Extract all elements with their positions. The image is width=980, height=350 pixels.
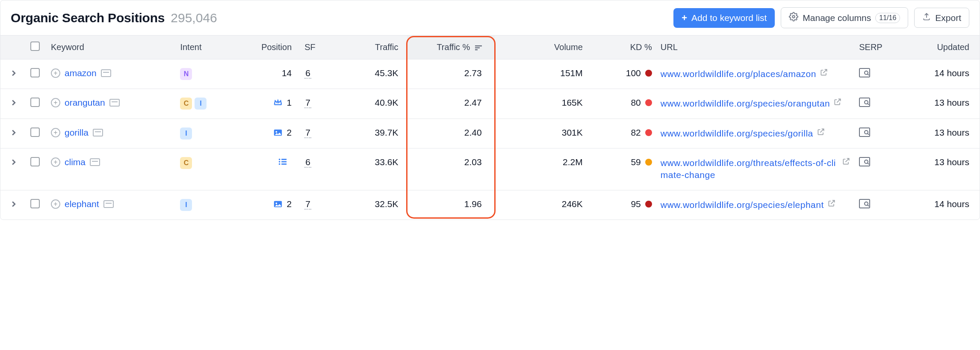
- serp-snapshot-icon[interactable]: [101, 69, 111, 77]
- col-position[interactable]: Position: [236, 36, 296, 59]
- url-link[interactable]: www.worldwildlife.org/threats/effects-of…: [661, 157, 838, 181]
- url-link[interactable]: www.worldwildlife.org/species/elephant: [661, 199, 824, 211]
- sf-value[interactable]: 7: [304, 128, 311, 138]
- gear-icon: [789, 12, 798, 24]
- svg-point-11: [865, 131, 868, 134]
- serp-preview-icon[interactable]: [859, 69, 870, 79]
- keyword-link[interactable]: gorilla: [65, 128, 89, 138]
- serp-snapshot-icon[interactable]: [90, 158, 100, 166]
- col-kd[interactable]: KD %: [587, 36, 656, 59]
- export-button[interactable]: Export: [914, 8, 969, 28]
- add-keyword-icon[interactable]: +: [51, 98, 60, 107]
- col-serp[interactable]: SERP: [855, 36, 896, 59]
- svg-rect-17: [282, 163, 287, 165]
- serp-preview-icon[interactable]: [859, 200, 870, 210]
- kd-difficulty-dot: [645, 99, 652, 106]
- svg-point-5: [865, 71, 868, 74]
- table-row: + elephant I 2 7 32.5K 1.96 246K 95 www.…: [0, 190, 980, 219]
- table-row: + orangutan CI 1 7 40.9K 2.47 165K 80 ww…: [0, 89, 980, 119]
- sf-value[interactable]: 6: [304, 157, 311, 168]
- row-checkbox[interactable]: [30, 157, 40, 166]
- position-value: 2: [287, 128, 292, 138]
- serp-preview-icon[interactable]: [859, 158, 870, 168]
- table-row: + gorilla I 2 7 39.7K 2.40 301K 82 www.w…: [0, 119, 980, 148]
- col-keyword[interactable]: Keyword: [47, 36, 176, 59]
- svg-rect-2: [475, 47, 480, 48]
- external-link-icon[interactable]: [817, 128, 825, 138]
- col-sf[interactable]: SF: [296, 36, 337, 59]
- traffic-pct-value: 2.73: [407, 59, 495, 89]
- intent-badge-i: I: [180, 128, 192, 139]
- volume-value: 165K: [495, 89, 587, 119]
- manage-columns-button[interactable]: Manage columns 11/16: [781, 7, 908, 28]
- positions-table: Keyword Intent Position SF Traffic Traff…: [0, 35, 980, 219]
- serp-snapshot-icon[interactable]: [103, 200, 114, 208]
- svg-point-13: [279, 161, 280, 163]
- position-value: 2: [287, 199, 292, 209]
- add-keyword-icon[interactable]: +: [51, 157, 60, 167]
- traffic-value: 32.5K: [337, 190, 407, 219]
- serp-preview-icon[interactable]: [859, 129, 870, 139]
- add-keyword-icon[interactable]: +: [51, 199, 60, 209]
- crown-icon: [273, 98, 283, 107]
- add-keyword-icon[interactable]: +: [51, 128, 60, 137]
- sf-value[interactable]: 7: [304, 98, 311, 108]
- sf-value[interactable]: 7: [304, 199, 311, 210]
- keyword-link[interactable]: elephant: [65, 199, 99, 209]
- row-checkbox[interactable]: [30, 68, 40, 77]
- col-traffic[interactable]: Traffic: [337, 36, 407, 59]
- external-link-icon[interactable]: [833, 98, 842, 108]
- traffic-pct-value: 2.03: [407, 148, 495, 190]
- expand-row-icon[interactable]: [11, 128, 17, 138]
- export-label: Export: [935, 13, 961, 23]
- add-to-keyword-list-button[interactable]: + Add to keyword list: [673, 8, 775, 28]
- keyword-link[interactable]: clima: [65, 157, 86, 167]
- col-updated[interactable]: Updated: [896, 36, 980, 59]
- kd-difficulty-dot: [645, 159, 652, 166]
- kd-cell: 59: [591, 157, 652, 167]
- col-intent[interactable]: Intent: [176, 36, 236, 59]
- url-link[interactable]: www.worldwildlife.org/species/gorilla: [661, 128, 813, 139]
- kd-difficulty-dot: [645, 201, 652, 208]
- expand-row-icon[interactable]: [11, 199, 17, 209]
- list-icon: [278, 157, 287, 166]
- select-all-checkbox[interactable]: [30, 42, 40, 51]
- expand-row-icon[interactable]: [11, 157, 17, 167]
- kd-value: 100: [626, 68, 641, 78]
- table-header-row: Keyword Intent Position SF Traffic Traff…: [0, 36, 980, 59]
- serp-snapshot-icon[interactable]: [93, 129, 103, 136]
- kd-difficulty-dot: [645, 70, 652, 77]
- traffic-pct-value: 2.47: [407, 89, 495, 119]
- kd-cell: 80: [591, 98, 652, 108]
- col-traffic-pct[interactable]: Traffic %: [407, 36, 495, 59]
- serp-preview-icon[interactable]: [859, 99, 870, 109]
- updated-value: 14 hours: [896, 190, 980, 219]
- keyword-link[interactable]: amazon: [65, 68, 97, 78]
- svg-rect-15: [282, 159, 287, 160]
- external-link-icon[interactable]: [827, 199, 836, 210]
- export-icon: [922, 12, 931, 23]
- updated-value: 14 hours: [896, 59, 980, 89]
- url-link[interactable]: www.worldwildlife.org/places/amazon: [661, 68, 816, 80]
- col-volume[interactable]: Volume: [495, 36, 587, 59]
- sf-value[interactable]: 6: [304, 68, 311, 79]
- table-row: + amazon N 14 6 45.3K 2.73 151M 100 www.…: [0, 59, 980, 89]
- position-value: 14: [282, 68, 292, 78]
- volume-value: 301K: [495, 119, 587, 148]
- serp-snapshot-icon[interactable]: [109, 99, 120, 107]
- external-link-icon[interactable]: [842, 157, 850, 168]
- traffic-value: 33.6K: [337, 148, 407, 190]
- url-link[interactable]: www.worldwildlife.org/species/orangutan: [661, 98, 830, 110]
- keyword-link[interactable]: orangutan: [65, 98, 105, 108]
- add-keyword-icon[interactable]: +: [51, 68, 60, 78]
- volume-value: 2.2M: [495, 148, 587, 190]
- svg-point-7: [865, 101, 868, 104]
- external-link-icon[interactable]: [820, 68, 828, 79]
- row-checkbox[interactable]: [30, 128, 40, 137]
- expand-row-icon[interactable]: [11, 98, 17, 108]
- row-checkbox[interactable]: [30, 98, 40, 107]
- row-checkbox[interactable]: [30, 199, 40, 208]
- expand-row-icon[interactable]: [11, 68, 17, 78]
- svg-point-23: [865, 202, 868, 205]
- col-url[interactable]: URL: [656, 36, 855, 59]
